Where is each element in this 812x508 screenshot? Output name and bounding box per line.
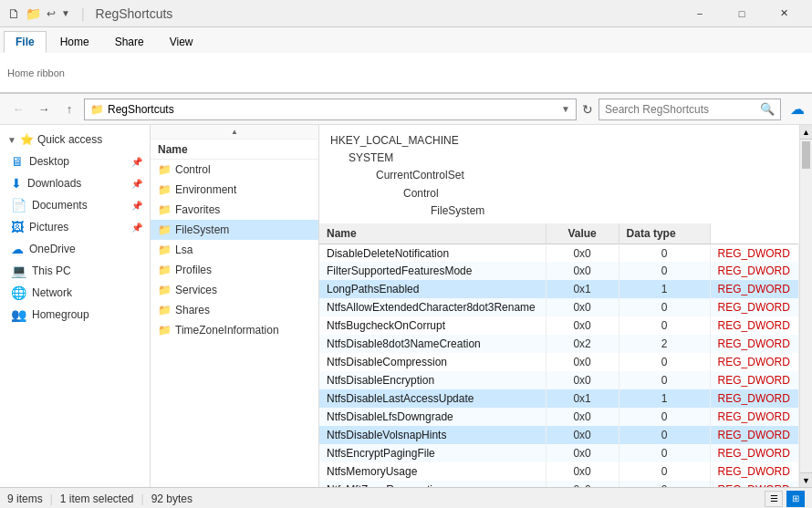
- cell-value: 0x0: [546, 371, 619, 389]
- onedrive-label: OneDrive: [29, 243, 76, 255]
- sidebar-item-onedrive[interactable]: ☁ OneDrive: [0, 238, 150, 260]
- forward-button[interactable]: →: [33, 98, 55, 120]
- cell-dtype: REG_DWORD: [710, 244, 798, 262]
- tab-view[interactable]: View: [158, 31, 205, 53]
- filesystem-label: FileSystem: [175, 223, 229, 236]
- scroll-track: [800, 140, 812, 472]
- minimize-button[interactable]: −: [679, 0, 721, 27]
- table-row[interactable]: NtfsDisableLastAccessUpdate0x11REG_DWORD: [319, 389, 799, 408]
- pictures-pin-icon: 📌: [131, 223, 142, 233]
- col-dtype[interactable]: Data type: [619, 223, 710, 244]
- cell-value: 0x0: [546, 426, 619, 444]
- tree-item-services[interactable]: 📁 Services: [151, 280, 318, 300]
- table-row[interactable]: LongPathsEnabled0x11REG_DWORD: [319, 280, 799, 298]
- view-details-button[interactable]: ⊞: [786, 491, 805, 507]
- shares-folder-icon: 📁: [158, 304, 172, 316]
- scroll-down-button[interactable]: ▼: [800, 472, 812, 487]
- sidebar-item-desktop[interactable]: 🖥 Desktop 📌: [0, 150, 150, 172]
- sidebar: ▼ ⭐ Quick access 🖥 Desktop 📌 ⬇ Downloads…: [0, 125, 151, 487]
- cell-name: NtfsBugcheckOnCorrupt: [319, 316, 546, 335]
- table-header-row: Name Value Data type: [319, 223, 799, 244]
- table-row[interactable]: NtfsBugcheckOnCorrupt0x00REG_DWORD: [319, 316, 799, 335]
- cell-name: NtfsDisableLfsDowngrade: [319, 408, 546, 426]
- search-input[interactable]: [605, 103, 760, 116]
- cell-name: LongPathsEnabled: [319, 280, 546, 298]
- title-bar: 🗋 📁 ↩ ▼ | RegShortcuts − □ ✕: [0, 0, 812, 27]
- breadcrumb: HKEY_LOCAL_MACHINE SYSTEM CurrentControl…: [319, 125, 799, 223]
- scroll-up-icon: ▲: [231, 128, 238, 136]
- breadcrumb-line2: SYSTEM: [330, 150, 788, 167]
- timezone-folder-icon: 📁: [158, 324, 172, 337]
- lsa-folder-icon: 📁: [158, 244, 172, 256]
- desktop-label: Desktop: [29, 155, 69, 168]
- cell-name: NtfsDisable8dot3NameCreation: [319, 335, 546, 353]
- sidebar-header-quick-access[interactable]: ▼ ⭐ Quick access: [0, 129, 150, 150]
- separator1: |: [50, 492, 53, 505]
- tab-file[interactable]: File: [4, 31, 47, 53]
- sidebar-item-thispc[interactable]: 💻 This PC: [0, 260, 150, 282]
- path-dropdown-icon[interactable]: ▼: [561, 104, 570, 114]
- quick-access-arrow: ▼: [7, 135, 16, 145]
- sidebar-item-network[interactable]: 🌐 Network: [0, 282, 150, 304]
- tree-item-filesystem[interactable]: 📁 FileSystem: [151, 220, 318, 240]
- scroll-thumb[interactable]: [802, 141, 810, 169]
- table-row[interactable]: NtfsMemoryUsage0x00REG_DWORD: [319, 462, 799, 481]
- tree-item-shares[interactable]: 📁 Shares: [151, 300, 318, 320]
- tree-item-lsa[interactable]: 📁 Lsa: [151, 240, 318, 260]
- tree-item-environment[interactable]: 📁 Environment: [151, 180, 318, 200]
- table-row[interactable]: NtfsMftZoneReservation0x00REG_DWORD: [319, 481, 799, 487]
- view-list-button[interactable]: ☰: [765, 491, 783, 507]
- table-row[interactable]: NtfsEncryptPagingFile0x00REG_DWORD: [319, 444, 799, 462]
- maximize-button[interactable]: □: [721, 0, 763, 27]
- dropdown-icon[interactable]: ▼: [61, 8, 70, 18]
- network-label: Network: [32, 286, 72, 299]
- sidebar-item-pictures[interactable]: 🖼 Pictures 📌: [0, 216, 150, 238]
- sidebar-item-documents[interactable]: 📄 Documents 📌: [0, 194, 150, 216]
- address-path[interactable]: 📁 RegShortcuts ▼: [84, 98, 577, 120]
- back-button[interactable]: ←: [7, 98, 29, 120]
- table-row[interactable]: FilterSupportedFeaturesMode0x00REG_DWORD: [319, 262, 799, 280]
- cell-value2: 0: [619, 353, 710, 371]
- cell-dtype: REG_DWORD: [710, 444, 798, 462]
- breadcrumb-line1: HKEY_LOCAL_MACHINE: [330, 132, 788, 150]
- favorites-folder-icon: 📁: [158, 203, 172, 216]
- thispc-label: This PC: [32, 264, 71, 277]
- table-row[interactable]: NtfsDisableEncryption0x00REG_DWORD: [319, 371, 799, 389]
- cell-name: NtfsDisableLastAccessUpdate: [319, 389, 546, 408]
- downloads-label: Downloads: [27, 177, 81, 190]
- tree-item-favorites[interactable]: 📁 Favorites: [151, 200, 318, 220]
- table-row[interactable]: NtfsDisableCompression0x00REG_DWORD: [319, 353, 799, 371]
- cell-value: 0x0: [546, 353, 619, 371]
- table-row[interactable]: DisableDeleteNotification0x00REG_DWORD: [319, 244, 799, 262]
- desktop-pin-icon: 📌: [131, 157, 142, 167]
- tree-item-profiles[interactable]: 📁 Profiles: [151, 260, 318, 280]
- close-button[interactable]: ✕: [763, 0, 805, 27]
- refresh-button[interactable]: ↻: [580, 100, 595, 119]
- up-button[interactable]: ↑: [58, 98, 80, 120]
- documents-icon: 📄: [11, 198, 26, 213]
- tree-item-timezoneinfo[interactable]: 📁 TimeZoneInformation: [151, 320, 318, 340]
- sidebar-item-homegroup[interactable]: 👥 Homegroup: [0, 304, 150, 326]
- col-name[interactable]: Name: [319, 223, 546, 244]
- timezone-label: TimeZoneInformation: [175, 324, 279, 337]
- cell-dtype: REG_DWORD: [710, 353, 798, 371]
- col-value[interactable]: Value: [546, 223, 619, 244]
- cell-value2: 0: [619, 426, 710, 444]
- ribbon: File Home Share View Home ribbon: [0, 27, 812, 94]
- table-row[interactable]: NtfsDisable8dot3NameCreation0x22REG_DWOR…: [319, 335, 799, 353]
- scroll-up-button[interactable]: ▲: [800, 125, 812, 140]
- table-row[interactable]: NtfsDisableVolsnapHints0x00REG_DWORD: [319, 426, 799, 444]
- table-row[interactable]: NtfsDisableLfsDowngrade0x00REG_DWORD: [319, 408, 799, 426]
- quick-access-label: Quick access: [37, 133, 102, 146]
- table-row[interactable]: NtfsAllowExtendedCharacter8dot3Rename0x0…: [319, 298, 799, 316]
- control-label: Control: [175, 163, 211, 176]
- pictures-label: Pictures: [29, 221, 68, 233]
- content-scrollbar[interactable]: ▲ ▼: [799, 125, 812, 487]
- tab-home[interactable]: Home: [48, 31, 101, 53]
- separator2: |: [141, 492, 144, 505]
- tree-scroll-up[interactable]: ▲: [151, 125, 318, 140]
- search-box[interactable]: 🔍: [599, 98, 781, 120]
- sidebar-item-downloads[interactable]: ⬇ Downloads 📌: [0, 172, 150, 194]
- tab-share[interactable]: Share: [103, 31, 156, 53]
- tree-item-control[interactable]: 📁 Control: [151, 160, 318, 180]
